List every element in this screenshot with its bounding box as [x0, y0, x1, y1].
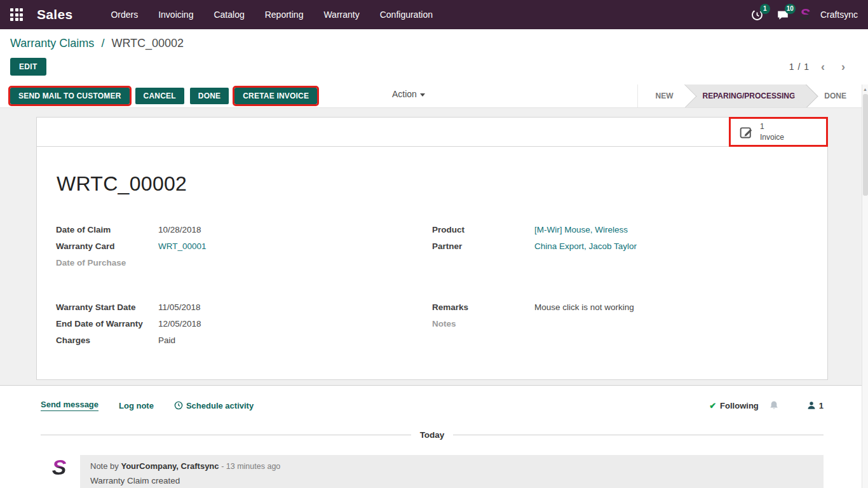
field-product: Product [M-Wir] Mouse, Wireless	[432, 225, 808, 234]
record-title: WRTC_00002	[57, 172, 827, 196]
menu-catalog[interactable]: Catalog	[206, 6, 252, 24]
field-notes: Notes	[432, 319, 808, 329]
app-name[interactable]: Sales	[37, 7, 72, 22]
menu-warranty[interactable]: Warranty	[316, 6, 367, 24]
scrollbar-thumb[interactable]	[863, 94, 868, 196]
field-date-of-claim: Date of Claim 10/28/2018	[56, 225, 432, 234]
menu-reporting[interactable]: Reporting	[257, 6, 311, 24]
field-group-1: Date of Claim 10/28/2018 Warranty Card W…	[37, 225, 827, 274]
top-navbar: Sales Orders Invoicing Catalog Reporting…	[0, 0, 868, 29]
done-button[interactable]: DONE	[190, 88, 229, 104]
action-dropdown[interactable]: Action	[392, 89, 425, 99]
field-date-of-purchase: Date of Purchase	[56, 258, 432, 268]
messages-icon[interactable]: 10	[775, 6, 791, 23]
pager: 1 / 1 ‹ ›	[789, 60, 858, 74]
author-avatar: S	[47, 455, 71, 479]
following-button[interactable]: ✔ Following	[709, 401, 759, 410]
button-box: 1 Invoice	[37, 118, 827, 147]
field-end-date-of-warranty: End Date of Warranty 12/05/2018	[56, 319, 432, 329]
vertical-scrollbar[interactable]: ▲	[862, 85, 868, 488]
edit-note-icon	[740, 125, 754, 139]
log-note-tab[interactable]: Log note	[119, 401, 154, 410]
message-bubble: Note by YourCompany, Craftsync - 13 minu…	[80, 455, 824, 488]
messages-badge: 10	[785, 4, 796, 14]
stage-new[interactable]: NEW	[638, 85, 685, 107]
field-partner: Partner China Export, Jacob Taylor	[432, 241, 808, 251]
statusbar: SEND MAIL TO CUSTOMER CANCEL DONE CRETAE…	[0, 85, 868, 108]
send-message-tab[interactable]: Send message	[41, 400, 98, 411]
main-menu: Orders Invoicing Catalog Reporting Warra…	[103, 6, 440, 24]
note-timestamp: - 13 minutes ago	[221, 462, 280, 471]
cancel-button[interactable]: CANCEL	[135, 88, 184, 104]
breadcrumb: Warranty Claims / WRTC_00002	[10, 37, 858, 50]
pager-next-icon[interactable]: ›	[836, 60, 850, 74]
scroll-up-icon[interactable]: ▲	[862, 85, 868, 92]
form-sheet: 1 Invoice WRTC_00002 Date of Claim 10/28…	[36, 117, 828, 380]
note-prefix: Note by	[90, 461, 119, 471]
breadcrumb-warranty-claims[interactable]: Warranty Claims	[10, 37, 94, 50]
person-icon	[807, 401, 816, 410]
apps-grid-icon[interactable]	[10, 8, 23, 21]
field-remarks: Remarks Mouse click is not working	[432, 302, 808, 312]
pager-previous-icon[interactable]: ‹	[816, 60, 830, 74]
edit-button[interactable]: EDIT	[10, 58, 46, 76]
note-author[interactable]: YourCompany, Craftsync	[121, 461, 219, 471]
breadcrumb-separator: /	[101, 37, 104, 50]
bell-icon[interactable]	[769, 400, 779, 410]
control-panel: Warranty Claims / WRTC_00002 EDIT 1 / 1 …	[0, 29, 868, 85]
invoice-smart-button[interactable]: 1 Invoice	[729, 117, 828, 147]
chevron-down-icon	[420, 93, 425, 97]
create-invoice-button[interactable]: CRETAE INVOICE	[234, 88, 317, 104]
menu-configuration[interactable]: Configuration	[372, 6, 440, 24]
followers-count: 1	[819, 401, 824, 410]
stage-repairing-processing[interactable]: REPARING/PROCESSING	[685, 85, 807, 107]
field-warranty-start-date: Warranty Start Date 11/05/2018	[56, 302, 432, 312]
field-charges: Charges Paid	[56, 336, 432, 345]
field-warranty-card: Warranty Card WRT_00001	[56, 241, 432, 251]
stage-pipeline: NEW REPARING/PROCESSING DONE	[637, 85, 862, 107]
chatter-message: S Note by YourCompany, Craftsync - 13 mi…	[41, 455, 824, 488]
note-body: Warranty Claim created	[90, 476, 813, 485]
smart-button-label: Invoice	[760, 132, 784, 142]
menu-orders[interactable]: Orders	[103, 6, 146, 24]
clock-icon	[174, 401, 183, 410]
followers-button[interactable]: 1	[807, 401, 824, 410]
breadcrumb-current: WRTC_00002	[111, 37, 184, 50]
user-menu[interactable]: Craftsync	[820, 10, 858, 20]
field-group-2: Warranty Start Date 11/05/2018 End Date …	[37, 302, 827, 352]
form-view-background: 1 Invoice WRTC_00002 Date of Claim 10/28…	[0, 108, 868, 385]
schedule-activity-button[interactable]: Schedule activity	[174, 401, 254, 410]
user-avatar[interactable]: S	[800, 6, 810, 24]
send-mail-to-customer-button[interactable]: SEND MAIL TO CUSTOMER	[10, 88, 130, 104]
pager-count: 1 / 1	[789, 62, 810, 72]
chatter: Send message Log note Schedule activity …	[0, 385, 868, 488]
activity-clock-icon[interactable]: 1	[749, 6, 766, 23]
activity-badge: 1	[760, 4, 770, 14]
date-divider: Today	[41, 430, 824, 440]
smart-button-count: 1	[760, 121, 784, 132]
menu-invoicing[interactable]: Invoicing	[151, 6, 201, 24]
check-icon: ✔	[709, 401, 716, 410]
